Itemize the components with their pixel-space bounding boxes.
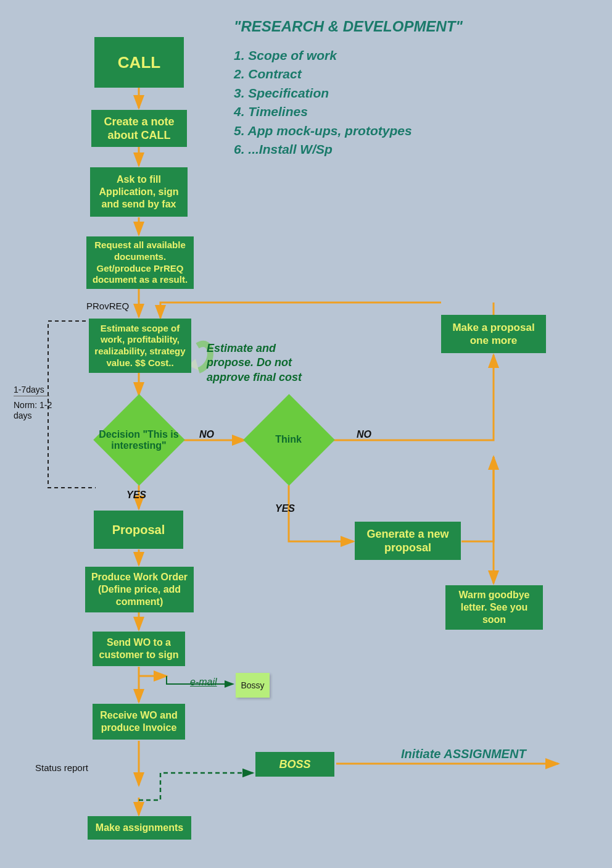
node-warm-goodbye: Warm goodbye letter. See you soon xyxy=(445,585,543,630)
label-yes-1: YES xyxy=(126,490,146,501)
list-item: 2. Contract xyxy=(234,65,493,83)
node-create-note: Create a note about CALL xyxy=(91,110,187,147)
node-receive-wo: Receive WO and produce Invoice xyxy=(93,704,185,740)
label-no-2: NO xyxy=(357,429,371,440)
node-make-proposal-more: Make a proposal one more xyxy=(441,315,546,353)
list-item: 4. Timelines xyxy=(234,102,493,121)
node-bossy: Bossy xyxy=(236,673,270,698)
label-status-report: Status report xyxy=(35,762,88,773)
node-proposal: Proposal xyxy=(94,511,183,549)
label-range-bottom: Norm: 1-2 days xyxy=(14,400,57,421)
diagram-title: "RESEARCH & DEVELOPMENT" xyxy=(234,18,463,35)
label-no-1: NO xyxy=(199,429,214,440)
list-item: 1. Scope of work xyxy=(234,46,493,65)
node-think-label: Think xyxy=(259,430,318,449)
list-item: 5. App mock-ups, prototypes xyxy=(234,122,493,140)
label-range-top: 1-7days xyxy=(14,385,49,396)
label-initiate-assignment: Initiate ASSIGNMENT xyxy=(401,747,526,761)
node-ask-fill: Ask to fill Application, sign and send b… xyxy=(90,167,188,217)
label-email: e-mail xyxy=(190,677,217,688)
node-estimate: Estimate scope of work, profitability, r… xyxy=(89,319,191,373)
node-boss: BOSS xyxy=(255,752,334,777)
node-generate-new-proposal: Generate a new proposal xyxy=(355,522,461,560)
node-send-wo: Send WO to a customer to sign xyxy=(93,632,185,666)
node-request-docs: Request all available documents. Get/pro… xyxy=(86,236,194,289)
label-yes-2: YES xyxy=(275,503,295,514)
list-item: 3. Specification xyxy=(234,84,493,102)
flowchart-canvas: "RESEARCH & DEVELOPMENT" 1. Scope of wor… xyxy=(0,0,612,868)
rd-list: 1. Scope of work 2. Contract 3. Specific… xyxy=(234,46,493,159)
label-provreq: PRovREQ xyxy=(86,301,129,311)
list-item: 6. ...Install W/Sp xyxy=(234,140,493,159)
node-produce-wo: Produce Work Order (Define price, add co… xyxy=(85,567,194,612)
node-call: CALL xyxy=(94,37,184,88)
node-make-assignments: Make assignments xyxy=(88,816,191,840)
annot-estimate: Estimate and propose. Do not approve fin… xyxy=(207,341,312,385)
node-decision-label: Decision "This is interesting" xyxy=(99,420,179,460)
